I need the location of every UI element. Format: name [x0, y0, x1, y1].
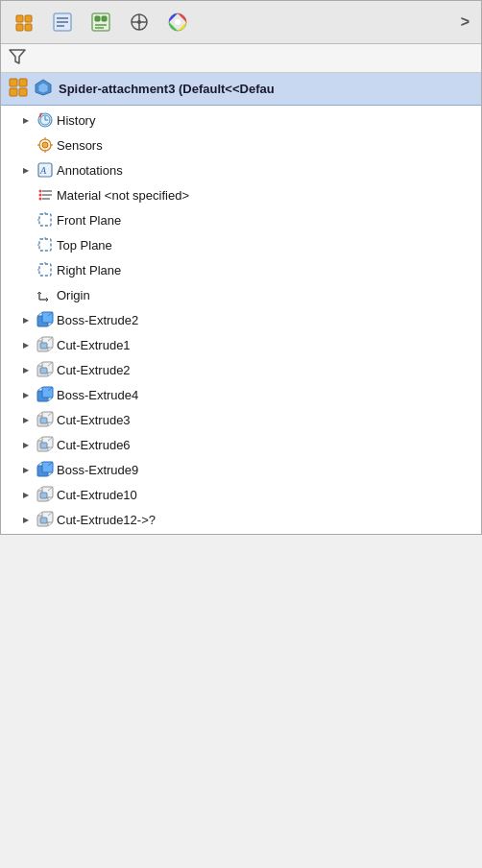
- dimension-expert-btn[interactable]: [122, 5, 157, 39]
- tree-item-right-plane[interactable]: Right Plane: [1, 257, 481, 282]
- expand-cut-extrude10[interactable]: [18, 487, 34, 502]
- boss-extrude9-label: Boss-Extrude9: [57, 463, 138, 477]
- cut-extrude6-label: Cut-Extrude6: [57, 438, 131, 452]
- tree-item-annotations[interactable]: A Annotations: [1, 157, 481, 182]
- cut-extrude3-icon: [36, 410, 55, 429]
- tree-item-boss-extrude2[interactable]: Boss-Extrude2: [1, 307, 481, 332]
- tree-item-material[interactable]: Material <not specified>: [1, 182, 481, 207]
- header-parts-icon: [9, 78, 28, 100]
- svg-rect-2: [16, 24, 23, 31]
- property-manager-btn[interactable]: [45, 5, 80, 39]
- svg-rect-51: [39, 264, 51, 276]
- svg-line-92: [48, 447, 53, 451]
- cut-extrude2-icon: [36, 360, 55, 379]
- expand-annotations[interactable]: [18, 162, 34, 178]
- svg-line-81: [48, 398, 53, 401]
- selected-header-text: Spider-attachment3 (Default<<Defau: [59, 82, 275, 96]
- svg-rect-48: [39, 239, 51, 251]
- tree-item-cut-extrude12[interactable]: Cut-Extrude12->?: [1, 507, 481, 532]
- main-panel: > Spider-attachment3 (Default<<Defau: [0, 0, 482, 535]
- svg-point-32: [42, 142, 48, 148]
- svg-rect-70: [40, 343, 47, 349]
- tree-item-cut-extrude6[interactable]: Cut-Extrude6: [1, 432, 481, 457]
- boss-extrude2-label: Boss-Extrude2: [57, 313, 138, 327]
- svg-rect-45: [39, 214, 51, 226]
- svg-rect-20: [10, 79, 17, 86]
- svg-rect-93: [40, 443, 47, 448]
- tree-item-origin[interactable]: Origin: [1, 282, 481, 307]
- tree-item-history[interactable]: History: [1, 108, 481, 133]
- svg-point-40: [39, 194, 42, 197]
- appearance-btn[interactable]: [160, 5, 195, 39]
- annotations-icon: A: [36, 160, 55, 180]
- svg-line-107: [37, 512, 42, 516]
- front-plane-label: Front Plane: [57, 213, 121, 228]
- svg-rect-104: [40, 493, 47, 498]
- toolbar: >: [1, 1, 481, 44]
- svg-point-39: [39, 190, 42, 193]
- svg-point-16: [137, 20, 141, 24]
- expand-cut-extrude3[interactable]: [18, 412, 34, 427]
- tree-item-cut-extrude10[interactable]: Cut-Extrude10: [1, 482, 481, 507]
- tree-item-boss-extrude9[interactable]: Boss-Extrude9: [1, 457, 481, 482]
- boss-extrude4-label: Boss-Extrude4: [57, 388, 138, 402]
- tree-item-boss-extrude4[interactable]: Boss-Extrude4: [1, 382, 481, 407]
- selected-header: Spider-attachment3 (Default<<Defau: [1, 73, 481, 106]
- tree-item-sensors[interactable]: Sensors: [1, 133, 481, 157]
- feature-manager-btn[interactable]: [7, 5, 41, 39]
- svg-line-109: [48, 522, 53, 526]
- boss-extrude2-icon: [36, 310, 55, 329]
- origin-label: Origin: [57, 288, 90, 302]
- svg-line-62: [37, 312, 42, 316]
- svg-line-90: [37, 437, 42, 441]
- expand-cut-extrude6[interactable]: [18, 437, 34, 452]
- svg-rect-23: [19, 88, 27, 96]
- toolbar-more-btn[interactable]: >: [455, 10, 475, 35]
- svg-marker-19: [10, 50, 25, 63]
- expand-history[interactable]: [18, 112, 34, 128]
- svg-rect-22: [10, 88, 17, 96]
- top-plane-icon: [36, 235, 55, 254]
- tree-item-cut-extrude2[interactable]: Cut-Extrude2: [1, 357, 481, 382]
- cut-extrude3-label: Cut-Extrude3: [57, 413, 131, 427]
- svg-line-101: [37, 487, 42, 491]
- cut-extrude1-label: Cut-Extrude1: [57, 338, 131, 352]
- origin-icon: [36, 285, 55, 304]
- configuration-manager-btn[interactable]: [84, 5, 118, 39]
- expand-cut-extrude12[interactable]: [18, 512, 34, 527]
- svg-rect-76: [40, 368, 47, 374]
- expand-cut-extrude2[interactable]: [18, 362, 34, 377]
- svg-rect-0: [16, 15, 23, 22]
- expand-boss-extrude2[interactable]: [18, 312, 34, 327]
- svg-line-98: [48, 472, 53, 476]
- cut-extrude10-label: Cut-Extrude10: [57, 488, 137, 502]
- right-plane-icon: [36, 260, 55, 279]
- svg-rect-1: [25, 15, 32, 22]
- boss-extrude4-icon: [36, 385, 55, 404]
- svg-line-73: [37, 362, 42, 366]
- svg-line-84: [37, 412, 42, 416]
- svg-line-103: [48, 497, 53, 501]
- svg-line-69: [48, 348, 53, 351]
- tree-item-cut-extrude3[interactable]: Cut-Extrude3: [1, 407, 481, 432]
- svg-point-30: [39, 115, 41, 117]
- svg-line-96: [37, 462, 42, 466]
- svg-rect-9: [95, 16, 100, 21]
- tree-item-top-plane[interactable]: Top Plane: [1, 232, 481, 257]
- cut-extrude2-label: Cut-Extrude2: [57, 363, 131, 377]
- svg-line-75: [48, 373, 53, 376]
- expand-boss-extrude9[interactable]: [18, 462, 34, 477]
- material-label: Material <not specified>: [57, 188, 189, 203]
- svg-rect-21: [19, 79, 27, 86]
- svg-rect-87: [40, 418, 47, 423]
- cut-extrude6-icon: [36, 435, 55, 454]
- expand-cut-extrude1[interactable]: [18, 337, 34, 352]
- history-label: History: [57, 113, 95, 128]
- svg-line-86: [48, 422, 53, 426]
- svg-rect-110: [40, 518, 47, 523]
- boss-extrude9-icon: [36, 460, 55, 479]
- tree-item-front-plane[interactable]: Front Plane: [1, 207, 481, 232]
- svg-line-64: [48, 323, 53, 326]
- tree-item-cut-extrude1[interactable]: Cut-Extrude1: [1, 332, 481, 357]
- expand-boss-extrude4[interactable]: [18, 387, 34, 402]
